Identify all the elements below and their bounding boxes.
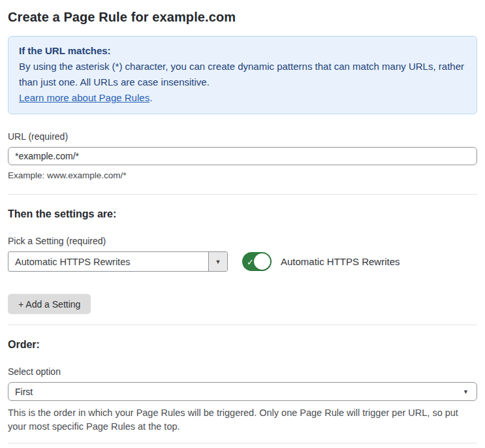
dropdown-arrow-button[interactable]: ▼ — [208, 252, 227, 271]
setting-toggle[interactable]: ✓ — [242, 252, 272, 271]
page-title: Create a Page Rule for example.com — [8, 10, 477, 25]
add-setting-button[interactable]: + Add a Setting — [8, 294, 91, 314]
setting-dropdown[interactable]: Automatic HTTPS Rewrites ▼ — [8, 251, 228, 272]
order-help-text: This is the order in which your Page Rul… — [8, 406, 477, 434]
url-example-text: Example: www.example.com/* — [8, 170, 477, 180]
toggle-knob — [254, 253, 270, 270]
order-select-value: First — [15, 387, 33, 397]
setting-dropdown-value: Automatic HTTPS Rewrites — [8, 252, 208, 271]
chevron-down-icon: ▼ — [215, 259, 221, 265]
divider — [8, 443, 477, 443]
info-box-link-line: Learn more about Page Rules. — [19, 90, 466, 106]
setting-row: Automatic HTTPS Rewrites ▼ ✓ Automatic H… — [8, 251, 477, 272]
toggle-label: Automatic HTTPS Rewrites — [281, 256, 400, 267]
check-icon: ✓ — [247, 257, 254, 266]
order-select[interactable]: First ▼ — [8, 382, 477, 401]
divider — [8, 325, 477, 325]
create-page-rule-form: Create a Page Rule for example.com If th… — [0, 0, 485, 448]
info-box-heading: If the URL matches: — [19, 43, 466, 59]
chevron-down-icon: ▼ — [463, 389, 469, 395]
link-suffix: . — [149, 92, 152, 103]
settings-section-heading: Then the settings are: — [8, 208, 477, 220]
divider — [8, 194, 477, 195]
order-select-label: Select option — [8, 366, 477, 377]
pick-setting-label: Pick a Setting (required) — [8, 236, 477, 246]
url-field-label: URL (required) — [8, 131, 477, 142]
url-matches-info-box: If the URL matches: By using the asteris… — [8, 36, 477, 114]
order-section-heading: Order: — [8, 339, 477, 351]
url-input[interactable] — [8, 147, 477, 165]
info-box-body: By using the asterisk (*) character, you… — [19, 59, 466, 90]
learn-more-link[interactable]: Learn more about Page Rules — [19, 92, 149, 103]
